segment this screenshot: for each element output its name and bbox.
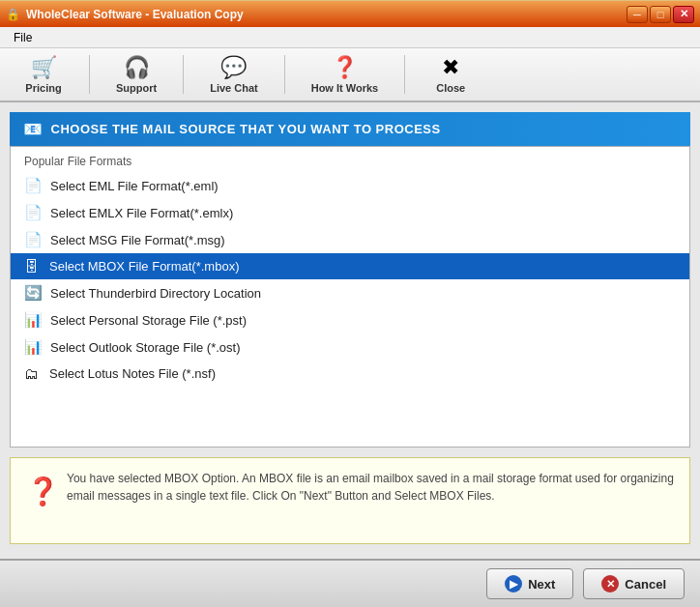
section-header: 📧 CHOOSE THE MAIL SOURCE THAT YOU WANT T… [10, 112, 690, 146]
popular-formats-label: Popular File Formats [11, 147, 689, 172]
msg-icon: 📄 [24, 231, 43, 248]
titlebar-close-button[interactable]: ✕ [673, 6, 694, 23]
file-item-mbox[interactable]: 🗄 Select MBOX File Format(*.mbox) [11, 253, 689, 279]
toolbar-divider-3 [284, 55, 285, 94]
livechat-icon: 💬 [220, 55, 247, 80]
file-item-nsf[interactable]: 🗂 Select Lotus Notes File (*.nsf) [11, 361, 689, 387]
nsf-icon: 🗂 [24, 365, 42, 382]
pricing-label: Pricing [25, 82, 61, 94]
eml-icon: 📄 [24, 177, 43, 194]
pst-icon: 📊 [24, 311, 43, 329]
info-text: You have selected MBOX Option. An MBOX f… [67, 470, 674, 505]
menu-file[interactable]: File [8, 29, 38, 46]
title-bar-controls: ─ □ ✕ [627, 6, 694, 23]
file-item-pst[interactable]: 📊 Select Personal Storage File (*.pst) [11, 306, 689, 333]
emlx-label: Select EMLX File Format(*.emlx) [50, 206, 233, 220]
howitworks-icon: ❓ [332, 55, 358, 80]
title-bar: 🔒 WholeClear Software - Evaluation Copy … [0, 0, 700, 27]
next-button[interactable]: ▶ Next [486, 568, 573, 599]
section-header-text: CHOOSE THE MAIL SOURCE THAT YOU WANT TO … [51, 122, 441, 136]
info-box: ❓ You have selected MBOX Option. An MBOX… [10, 457, 690, 544]
section-header-icon: 📧 [23, 120, 44, 138]
app-icon: 🔒 [6, 8, 20, 21]
file-list-panel: Popular File Formats 📄 Select EML File F… [10, 146, 690, 448]
file-item-thunderbird[interactable]: 🔄 Select Thunderbird Directory Location [11, 279, 689, 306]
toolbar-pricing-button[interactable]: 🛒 Pricing [10, 50, 77, 99]
pst-label: Select Personal Storage File (*.pst) [50, 313, 247, 328]
mbox-icon: 🗄 [24, 258, 42, 275]
close-icon: ✖ [442, 55, 459, 80]
emlx-icon: 📄 [24, 204, 43, 221]
eml-label: Select EML File Format(*.eml) [50, 179, 219, 193]
minimize-button[interactable]: ─ [627, 6, 648, 23]
toolbar-howitworks-button[interactable]: ❓ How It Works [297, 50, 393, 99]
cancel-button[interactable]: ✕ Cancel [583, 568, 685, 599]
toolbar-divider-2 [183, 55, 184, 94]
maximize-button[interactable]: □ [650, 6, 671, 23]
next-label: Next [528, 577, 555, 592]
toolbar: 🛒 Pricing 🎧 Support 💬 Live Chat ❓ How It… [0, 48, 700, 102]
nsf-label: Select Lotus Notes File (*.nsf) [49, 366, 216, 381]
ost-label: Select Outlook Storage File (*.ost) [50, 340, 241, 355]
info-icon: ❓ [26, 472, 55, 512]
support-label: Support [116, 82, 157, 94]
file-item-emlx[interactable]: 📄 Select EMLX File Format(*.emlx) [11, 199, 689, 226]
main-content: 📧 CHOOSE THE MAIL SOURCE THAT YOU WANT T… [0, 102, 700, 559]
file-item-eml[interactable]: 📄 Select EML File Format(*.eml) [11, 172, 689, 199]
toolbar-divider-1 [89, 55, 90, 94]
livechat-label: Live Chat [210, 82, 258, 94]
thunderbird-label: Select Thunderbird Directory Location [50, 286, 261, 301]
menu-bar: File [0, 27, 700, 48]
mbox-label: Select MBOX File Format(*.mbox) [49, 259, 240, 274]
title-bar-left: 🔒 WholeClear Software - Evaluation Copy [6, 8, 244, 21]
ost-icon: 📊 [24, 338, 43, 356]
msg-label: Select MSG File Format(*.msg) [50, 233, 225, 247]
thunderbird-icon: 🔄 [24, 284, 43, 302]
cancel-icon: ✕ [601, 575, 619, 593]
cancel-label: Cancel [625, 577, 666, 592]
pricing-icon: 🛒 [31, 55, 57, 80]
bottom-bar: ▶ Next ✕ Cancel [0, 559, 700, 607]
close-label: Close [436, 82, 465, 94]
support-icon: 🎧 [124, 55, 150, 80]
file-item-ost[interactable]: 📊 Select Outlook Storage File (*.ost) [11, 333, 689, 361]
toolbar-divider-4 [404, 55, 405, 94]
app-title: WholeClear Software - Evaluation Copy [26, 8, 244, 21]
next-icon: ▶ [505, 575, 522, 593]
toolbar-livechat-button[interactable]: 💬 Live Chat [195, 50, 273, 99]
howitworks-label: How It Works [311, 82, 378, 94]
file-item-msg[interactable]: 📄 Select MSG File Format(*.msg) [11, 226, 689, 253]
toolbar-support-button[interactable]: 🎧 Support [102, 50, 171, 99]
toolbar-close-button[interactable]: ✖ Close [417, 50, 484, 99]
